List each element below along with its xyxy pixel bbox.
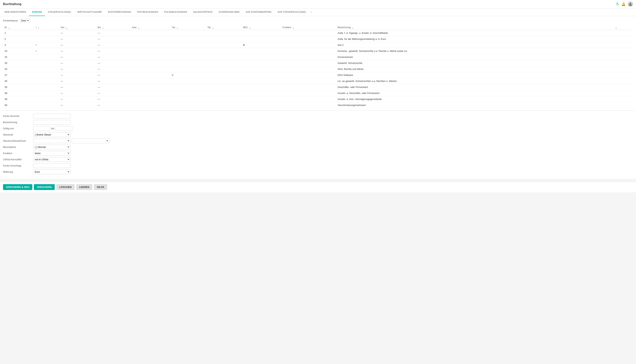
leeren-button[interactable]: LEEREN <box>76 184 93 190</box>
tab-sap-kontenmapping[interactable]: SAP KONTENMAPPING <box>243 8 275 16</box>
cell-nr: 2 <box>3 36 35 42</box>
cell-funktion <box>281 84 336 90</box>
col-auto[interactable]: Auto <box>130 25 170 30</box>
cell-bezeichnung: Anzahl. a. imm. Vermögensgegenstände <box>336 96 613 102</box>
tab-sap-steuerschluessel[interactable]: SAP STEUERSCHLÜSSEL <box>275 8 309 16</box>
table-row[interactable]: 40——Verschmelzungsmehrwert <box>3 102 633 108</box>
table-row[interactable]: 10I——Konzess., gewerbl. Schutzrechte u.a… <box>3 48 633 54</box>
cell-tax2 <box>206 54 242 60</box>
cell-extra <box>613 102 633 108</box>
ustvakenziffer-select[interactable]: not in UStVa In UStVa <box>33 157 71 162</box>
cell-auto <box>130 48 170 54</box>
bezeichnung-input[interactable] <box>33 120 71 124</box>
table-row[interactable]: 39——Anzahl. a. imm. Vermögensgegenstände <box>3 96 633 102</box>
cell-von: — <box>59 66 96 72</box>
tab-wirtschaftsjahre[interactable]: WIRTSCHAFTSJAHRE <box>74 8 105 16</box>
tab-konten[interactable]: KONTEN <box>29 8 45 16</box>
sort-auto-icon <box>138 27 139 28</box>
cell-von: — <box>59 72 96 78</box>
table-row[interactable]: 20——Gewerbl. Schutzrechte <box>3 60 633 66</box>
filter-row: Kontenklasse: 0xxx 1xxx 2xxx 3xxx <box>3 18 633 23</box>
tab-deb-kreditoren[interactable]: DEB./KREDITOREN <box>2 8 29 16</box>
steuerart-select[interactable]: ( )Keine Steuer ( )Vorsteuer ( )Umsatzst… <box>33 132 71 137</box>
waehrung-select[interactable]: Euro USD GBP <box>33 170 71 174</box>
refresh-icon[interactable]: ↻ <box>615 1 620 7</box>
col-bes[interactable]: BES <box>241 25 281 30</box>
gueltig-von-input[interactable] <box>33 126 50 131</box>
tab-kostenrechnung[interactable]: KOSTENRECHNUNG <box>105 8 134 16</box>
col-tax1[interactable]: Tax <box>170 25 206 30</box>
form-row-steuerschluessel: Steuerschlüssel/Auto <box>3 138 633 143</box>
cell-bis: — <box>96 30 130 36</box>
speichern-neu-button[interactable]: SPEICHERN & NEU <box>3 184 32 190</box>
table-row[interactable]: 25——Ähnl. Rechte und Werte <box>3 66 633 72</box>
cell-bezeichnung: Konzess., gewerbl. Schutzrechte u.a. Rec… <box>336 48 613 54</box>
steuerart-label: Steuerart <box>3 133 33 136</box>
kontenklasse-select[interactable]: 0xxx 1xxx 2xxx 3xxx <box>20 18 30 23</box>
cell-von: — <box>59 78 96 84</box>
bell-icon[interactable]: 🔔 <box>621 2 625 6</box>
cell-nr: 3 <box>3 42 35 48</box>
cell-i <box>35 102 59 108</box>
user-avatar[interactable] <box>628 2 633 7</box>
cell-i <box>35 54 59 60</box>
cell-tax1 <box>170 48 206 54</box>
form-row-ustvakenziffer: UStVa-Kennziffer not in UStVa In UStVa <box>3 157 633 162</box>
cell-bis: — <box>96 36 130 42</box>
loeschen-button[interactable]: LÖSCHEN <box>56 184 75 190</box>
cell-bezeichnung: EDV-Software <box>336 72 613 78</box>
tab-saldovortrag[interactable]: SALDOVORTRAG <box>190 8 216 16</box>
date-range-row: bis <box>33 126 72 131</box>
col-extra[interactable] <box>613 25 633 30</box>
cell-bes <box>241 48 281 54</box>
speichern-button[interactable]: SPEICHERN <box>34 184 55 190</box>
gueltig-bis-input[interactable] <box>56 126 72 131</box>
cell-funktion <box>281 66 336 72</box>
col-i[interactable]: I <box>35 25 59 30</box>
hilfe-button[interactable]: HILFE <box>94 184 107 190</box>
cell-funktion <box>281 96 336 102</box>
konto-vorschlag-input[interactable] <box>33 163 71 168</box>
form-row-konto-nummer: Konto-Nummer <box>3 114 633 118</box>
tab-zuordnung-bwa[interactable]: ZUORDNUNG BWA <box>216 8 243 16</box>
cell-tax2 <box>206 78 242 84</box>
table-row[interactable]: 38——Anzahl. a. Geschäfts- oder Firmenwer… <box>3 90 633 96</box>
col-nr[interactable]: Nr <box>3 25 35 30</box>
col-bis[interactable]: Bis <box>96 25 130 30</box>
cell-tax2 <box>206 66 242 72</box>
cell-nr: 35 <box>3 84 35 90</box>
col-von[interactable]: Von <box>59 25 96 30</box>
filter-label: Kontenklasse: <box>3 19 19 22</box>
table-row[interactable]: 2——Aufw. für die Währungsumstellung a. d… <box>3 36 633 42</box>
cell-bes <box>241 30 281 36</box>
col-tax2[interactable]: Tax <box>206 25 242 30</box>
table-row[interactable]: 35——Geschäfts- oder Firmenwert <box>3 84 633 90</box>
konto-nummer-input[interactable] <box>33 114 71 118</box>
cell-funktion <box>281 60 336 66</box>
table-row[interactable]: 27——VEDV-Software <box>3 72 633 78</box>
form-row-waehrung: Währung Euro USD GBP <box>3 170 633 174</box>
cell-auto <box>130 102 170 108</box>
col-bezeichnung[interactable]: Bezeichnung <box>336 25 613 30</box>
tab-festbuchungen[interactable]: FESTBUCHUNGEN <box>134 8 161 16</box>
nav-more-button[interactable]: › <box>309 8 313 16</box>
cell-bis: — <box>96 48 130 54</box>
main-content: Kontenklasse: 0xxx 1xxx 2xxx 3xxx Nr I V… <box>0 16 636 110</box>
table-row[interactable]: 15——Konzessionen <box>3 54 633 60</box>
tab-folgebuchungen[interactable]: FOLGEBUCHUNGEN <box>161 8 190 16</box>
steuerschluessel-select1[interactable] <box>33 138 71 143</box>
table-row[interactable]: 30——Liz. an gewerbl. Schutzrechten u.a. … <box>3 78 633 84</box>
cell-auto <box>130 66 170 72</box>
table-row[interactable]: 3I——Btest 2 <box>3 42 633 48</box>
col-funktion[interactable]: Funktion <box>281 25 336 30</box>
besonderes-select[interactable]: ( ) Normal ( ) Sonstige <box>33 145 71 150</box>
steuerschluessel-select2[interactable] <box>72 138 110 143</box>
tab-steuerschluessel[interactable]: STEUERSCHLÜSSEL <box>45 8 75 16</box>
cell-auto <box>130 78 170 84</box>
table-row[interactable]: 1——Aufw. f. d. Ingangs. u. Erweit. d. Ge… <box>3 30 633 36</box>
cell-tax2 <box>206 72 242 78</box>
cell-i: I <box>35 42 59 48</box>
cell-tax1: V <box>170 72 206 78</box>
funktion-select[interactable]: keine Kasse Bank <box>33 151 71 156</box>
cell-extra <box>613 84 633 90</box>
